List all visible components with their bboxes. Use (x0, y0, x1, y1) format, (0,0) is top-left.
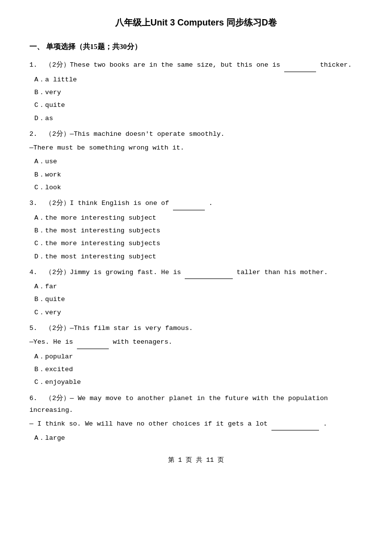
question-5: 5. （2分）—This film star is very famous. —… (29, 323, 363, 388)
question-1: 1. （2分）These two books are in the same s… (29, 59, 363, 124)
q4-option-a: A．far (34, 281, 363, 293)
question-2: 2. （2分）—This machine doesn't operate smo… (29, 128, 363, 194)
question-6-text: 6. （2分）— We may move to another planet i… (29, 393, 363, 417)
q6-option-a: A．large (34, 432, 363, 444)
q1-option-b: B．very (34, 87, 363, 99)
question-4: 4. （2分）Jimmy is growing fast. He is tall… (29, 267, 363, 319)
question-4-text: 4. （2分）Jimmy is growing fast. He is tall… (29, 267, 363, 279)
page-footer: 第 1 页 共 11 页 (29, 454, 363, 466)
question-6: 6. （2分）— We may move to another planet i… (29, 393, 363, 445)
question-5-sub: —Yes. He is with teenagers. (29, 336, 363, 349)
question-2-sub: —There must be something wrong with it. (29, 142, 363, 154)
question-3-text: 3. （2分）I think English is one of . (29, 198, 363, 210)
q2-option-a: A．use (34, 156, 363, 168)
q5-option-a: A．popular (34, 351, 363, 363)
q3-option-d: D．the most interesting subject (34, 251, 363, 263)
q2-option-c: C．look (34, 182, 363, 194)
q1-option-d: D．as (34, 113, 363, 125)
q3-option-c: C．the more interesting subjects (34, 238, 363, 250)
q4-option-c: C．very (34, 307, 363, 319)
q3-option-a: A．the more interesting subject (34, 212, 363, 224)
q5-option-c: C．enjoyable (34, 377, 363, 388)
question-6-sub: — I think so. We will have no other choi… (29, 418, 363, 430)
section1-header: 一、 单项选择（共15题；共30分） (29, 40, 363, 53)
page-title: 八年级上Unit 3 Computers 同步练习D卷 (29, 15, 363, 30)
question-5-text: 5. （2分）—This film star is very famous. (29, 323, 363, 334)
question-2-text: 2. （2分）—This machine doesn't operate smo… (29, 128, 363, 140)
q2-option-b: B．work (34, 169, 363, 181)
q1-option-c: C．quite (34, 100, 363, 111)
question-1-text: 1. （2分）These two books are in the same s… (29, 59, 363, 72)
q5-option-b: B．excited (34, 364, 363, 376)
q4-option-b: B．quite (34, 294, 363, 305)
q3-option-b: B．the most interesting subjects (34, 225, 363, 237)
question-3: 3. （2分）I think English is one of . A．the… (29, 198, 363, 262)
q1-option-a: A．a little (34, 74, 363, 86)
